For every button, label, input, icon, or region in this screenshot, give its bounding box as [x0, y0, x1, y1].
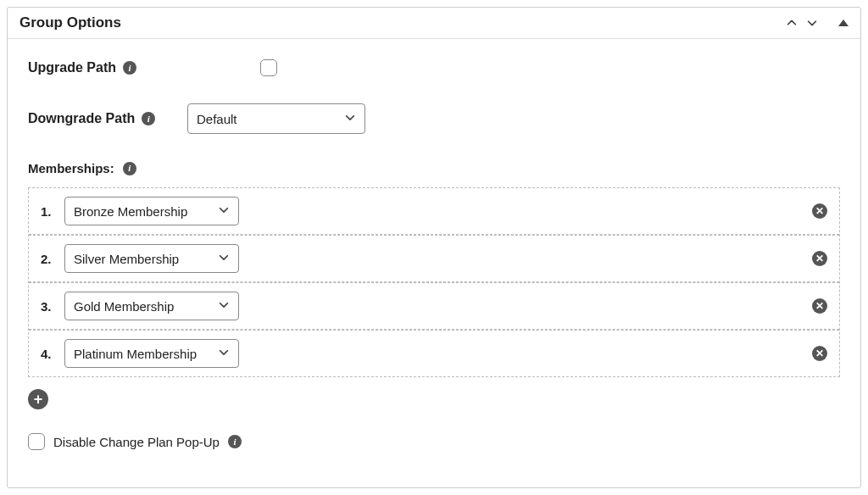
memberships-list: 1. Bronze Membership ✕ 2. Silver Members… — [28, 187, 840, 377]
membership-select[interactable]: Silver Membership — [64, 244, 239, 273]
info-icon[interactable]: i — [142, 112, 155, 125]
downgrade-path-select-value: Default — [197, 112, 237, 126]
membership-row[interactable]: 3. Gold Membership ✕ — [29, 282, 839, 330]
memberships-label: Memberships: — [28, 161, 114, 175]
disable-popup-checkbox[interactable] — [28, 433, 45, 450]
upgrade-path-checkbox-wrap — [260, 59, 277, 76]
remove-membership-icon[interactable]: ✕ — [812, 251, 827, 266]
chevron-down-icon — [218, 299, 230, 314]
remove-membership-icon[interactable]: ✕ — [812, 346, 827, 361]
panel-collapse-icon[interactable] — [838, 19, 849, 26]
membership-select-value: Platinum Membership — [74, 347, 197, 361]
chevron-down-icon — [344, 112, 356, 126]
panel-move-down-icon[interactable] — [806, 17, 818, 29]
info-icon[interactable]: i — [228, 435, 242, 448]
membership-row-number: 2. — [41, 252, 64, 266]
membership-select[interactable]: Bronze Membership — [64, 197, 239, 225]
membership-select[interactable]: Gold Membership — [64, 292, 239, 320]
membership-row-number: 1. — [41, 204, 64, 219]
info-icon[interactable]: i — [123, 61, 136, 75]
membership-select-value: Silver Membership — [74, 252, 179, 266]
upgrade-path-row: Upgrade Path i — [28, 59, 840, 76]
remove-membership-icon[interactable]: ✕ — [812, 298, 827, 314]
downgrade-path-label: Downgrade Path — [28, 111, 135, 126]
remove-membership-icon[interactable]: ✕ — [812, 203, 827, 219]
panel-body: Upgrade Path i Downgrade Path i Default … — [8, 39, 860, 460]
panel-title: Group Options — [19, 14, 121, 31]
disable-popup-label: Disable Change Plan Pop-Up — [53, 435, 220, 449]
add-membership-button[interactable]: + — [28, 389, 48, 409]
downgrade-path-label-wrap: Downgrade Path i — [28, 111, 167, 126]
panel-header-controls — [786, 17, 849, 29]
downgrade-path-row: Downgrade Path i Default — [28, 103, 840, 134]
downgrade-path-select[interactable]: Default — [187, 103, 365, 134]
membership-row[interactable]: 4. Platinum Membership ✕ — [29, 330, 839, 376]
memberships-label-row: Memberships: i — [28, 161, 840, 175]
panel-header: Group Options — [8, 8, 860, 39]
membership-select-value: Gold Membership — [74, 299, 174, 314]
membership-row-number: 3. — [41, 299, 64, 314]
panel-move-up-icon[interactable] — [786, 17, 798, 29]
chevron-down-icon — [218, 204, 230, 219]
membership-row[interactable]: 1. Bronze Membership ✕ — [29, 188, 839, 235]
disable-popup-row: Disable Change Plan Pop-Up i — [28, 433, 840, 450]
chevron-down-icon — [218, 347, 230, 361]
membership-row[interactable]: 2. Silver Membership ✕ — [29, 235, 839, 282]
chevron-down-icon — [218, 252, 230, 266]
info-icon[interactable]: i — [123, 162, 136, 175]
membership-row-number: 4. — [41, 347, 64, 361]
upgrade-path-label: Upgrade Path — [28, 60, 116, 75]
upgrade-path-label-wrap: Upgrade Path i — [28, 60, 167, 75]
group-options-panel: Group Options Upgrade Path i Downgrade P… — [7, 7, 861, 488]
upgrade-path-checkbox[interactable] — [260, 59, 277, 76]
membership-select-value: Bronze Membership — [74, 204, 187, 219]
membership-select[interactable]: Platinum Membership — [64, 339, 239, 368]
